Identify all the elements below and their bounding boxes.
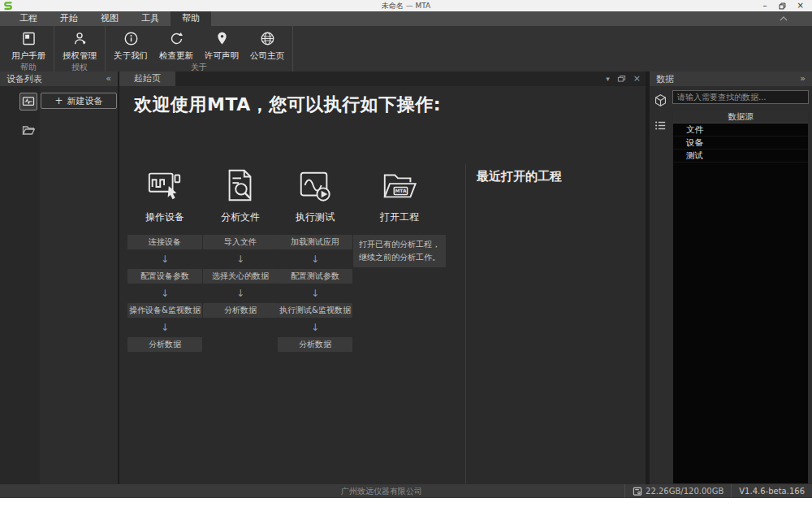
step-box: 执行测试&监视数据 xyxy=(278,303,352,318)
open-project-note: 打开已有的分析工程， 继续之前的分析工作。 xyxy=(353,235,446,267)
data-source-view-button[interactable] xyxy=(652,92,668,108)
step-box: 配置设备参数 xyxy=(127,269,202,284)
step-box: 操作设备&监视数据 xyxy=(127,303,202,318)
device-list-panel: 设备列表 « xyxy=(0,72,118,484)
data-search-input[interactable] xyxy=(672,90,809,104)
close-tab-icon[interactable]: × xyxy=(633,72,641,86)
main-area: 设备列表 « xyxy=(0,72,812,484)
note-line: 继续之前的分析工作。 xyxy=(359,251,440,264)
device-monitor-icon xyxy=(21,94,36,109)
refresh-icon xyxy=(168,30,185,47)
step-box: 分析数据 xyxy=(203,303,278,318)
menu-tab-project[interactable]: 工程 xyxy=(8,11,49,26)
open-folder-icon xyxy=(21,123,36,137)
column-label: 打开工程 xyxy=(380,210,419,224)
plus-icon: + xyxy=(54,96,63,106)
menu-tab-start[interactable]: 开始 xyxy=(49,11,89,26)
down-arrow-icon: ↓ xyxy=(278,249,352,269)
close-button[interactable]: × xyxy=(797,1,804,11)
step-box: 加载测试应用 xyxy=(278,235,352,249)
license-manage-button[interactable]: 授权管理 xyxy=(57,26,102,62)
device-view-button[interactable] xyxy=(19,93,37,110)
menu-tab-tools[interactable]: 工具 xyxy=(130,11,171,26)
welcome-heading: 欢迎使用MTA，您可以执行如下操作: xyxy=(134,93,441,117)
window-title: 未命名 — MTA xyxy=(0,0,812,11)
down-arrow-icon: ↓ xyxy=(127,284,202,303)
app-window: 未命名 — MTA – × 工程 开始 视图 工具 帮助 xyxy=(0,0,812,507)
list-icon xyxy=(654,119,667,132)
note-line: 打开已有的分析工程， xyxy=(359,238,440,251)
open-project-column: MTA 打开工程 打开已有的分析工程， 继续之前的分析工作。 xyxy=(360,167,439,267)
data-source-item-tests[interactable]: 测试 xyxy=(673,150,808,162)
company-homepage-button[interactable]: 公司主页 xyxy=(244,26,290,62)
device-folder-button[interactable] xyxy=(19,121,37,139)
license-pin-icon xyxy=(214,30,231,47)
open-project-action[interactable]: MTA 打开工程 xyxy=(380,167,419,224)
data-source-item-devices[interactable]: 设备 xyxy=(673,136,808,150)
operate-device-action[interactable]: 操作设备 xyxy=(145,167,184,224)
step-box: 导入文件 xyxy=(203,235,278,249)
down-arrow-icon: ↓ xyxy=(203,249,278,269)
workflow-steps: 导入文件 ↓ 选择关心的数据 ↓ 分析数据 xyxy=(203,235,278,318)
down-arrow-icon: ↓ xyxy=(127,318,202,337)
version-label: V1.4.6-beta.166 xyxy=(731,484,812,498)
recent-projects-title: 最近打开的工程 xyxy=(477,169,562,184)
workflow-steps: 加载测试应用 ↓ 配置测试参数 ↓ 执行测试&监视数据 ↓ 分析数据 xyxy=(278,235,352,352)
data-source-header: 数据源 xyxy=(673,110,808,124)
folder-tag-label: MTA xyxy=(395,188,406,193)
section-divider xyxy=(465,164,466,484)
ribbon-item-label: 关于我们 xyxy=(114,50,148,62)
user-manual-button[interactable]: 用户手册 xyxy=(6,26,51,62)
disk-icon xyxy=(633,486,642,496)
float-window-icon[interactable] xyxy=(617,75,626,83)
tab-bar-controls: ▾ × xyxy=(606,72,641,86)
document-tab-bar: 起始页 ▾ × xyxy=(119,72,646,86)
ribbon-item-label: 授权管理 xyxy=(63,50,97,62)
step-box: 分析数据 xyxy=(278,337,352,352)
desktop-background xyxy=(0,498,812,507)
data-panel-rail xyxy=(650,86,671,484)
device-panel-rail xyxy=(0,86,40,484)
check-update-button[interactable]: 检查更新 xyxy=(153,26,199,62)
data-list-view-button[interactable] xyxy=(652,117,668,133)
globe-icon xyxy=(259,30,276,47)
menu-tab-view[interactable]: 视图 xyxy=(89,11,130,26)
column-label: 操作设备 xyxy=(145,210,184,224)
tab-start-page[interactable]: 起始页 xyxy=(119,72,175,86)
down-arrow-icon: ↓ xyxy=(278,318,352,337)
user-key-icon xyxy=(71,30,89,47)
minimize-button[interactable]: – xyxy=(763,1,767,11)
device-list-panel-header: 设备列表 « xyxy=(0,72,118,86)
window-controls: – × xyxy=(763,1,812,11)
cube-icon xyxy=(654,93,667,107)
menu-tab-help[interactable]: 帮助 xyxy=(171,11,211,26)
run-test-action[interactable]: 执行测试 xyxy=(296,167,335,224)
ribbon-toolbar: 用户手册 帮助 授权管理 授权 xyxy=(0,26,812,72)
collapse-panel-button[interactable]: « xyxy=(106,72,111,86)
data-source-tree: 数据源 文件 设备 测试 xyxy=(672,109,809,484)
ribbon-item-label: 用户手册 xyxy=(11,50,45,62)
ribbon-item-label: 许可声明 xyxy=(205,50,239,62)
step-box: 分析数据 xyxy=(127,337,202,352)
data-source-item-files[interactable]: 文件 xyxy=(673,124,808,136)
collapse-ribbon-chevron-icon[interactable] xyxy=(780,16,788,21)
run-test-column: 执行测试 加载测试应用 ↓ 配置测试参数 ↓ 执行测试&监视数据 ↓ 分析数据 xyxy=(278,167,352,352)
manual-book-icon xyxy=(20,30,37,47)
maximize-button[interactable] xyxy=(779,2,786,10)
down-arrow-icon: ↓ xyxy=(203,284,278,303)
about-us-button[interactable]: 关于我们 xyxy=(108,26,153,62)
step-box: 配置测试参数 xyxy=(278,269,352,284)
panel-title: 数据 xyxy=(656,73,800,85)
analyze-file-action[interactable]: 分析文件 xyxy=(221,167,260,224)
expand-panel-button[interactable]: » xyxy=(800,72,806,86)
new-device-button[interactable]: + 新建设备 xyxy=(41,93,117,109)
panel-title: 设备列表 xyxy=(6,73,106,85)
ribbon-group-about: 关于我们 检查更新 许可声明 xyxy=(106,26,293,72)
open-project-icon: MTA xyxy=(381,167,418,204)
new-device-label: 新建设备 xyxy=(67,95,103,107)
workflow-steps: 连接设备 ↓ 配置设备参数 ↓ 操作设备&监视数据 ↓ 分析数据 xyxy=(127,235,202,352)
data-panel-header: 数据 » xyxy=(650,72,812,86)
tab-list-dropdown-icon[interactable]: ▾ xyxy=(606,72,610,86)
license-statement-button[interactable]: 许可声明 xyxy=(199,26,244,62)
analyze-file-column: 分析文件 导入文件 ↓ 选择关心的数据 ↓ 分析数据 xyxy=(203,167,278,318)
